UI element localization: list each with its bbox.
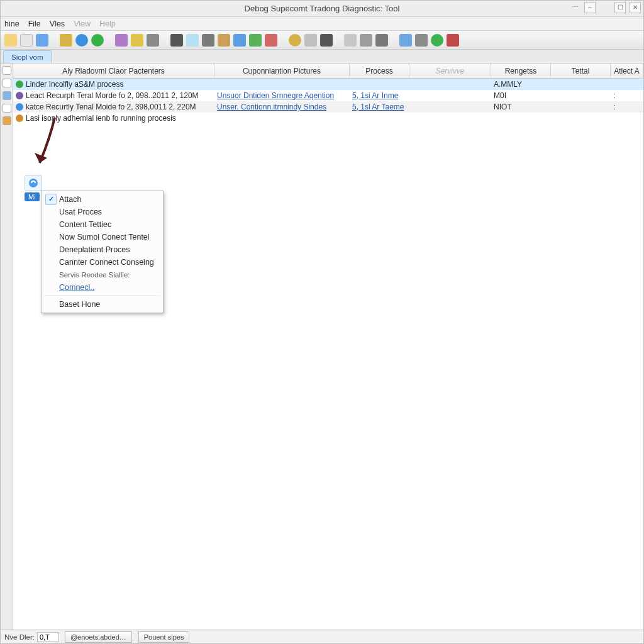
cell-link[interactable]: Unser. Contionn.itmnindy Sindes bbox=[217, 103, 326, 111]
menu-item-deneplatent[interactable]: Deneplatient Proces bbox=[42, 243, 163, 256]
menu-divider bbox=[44, 296, 160, 296]
refresh-icon[interactable] bbox=[399, 34, 412, 47]
body: Aly Rladovml Claor Pactenters Cuponniant… bbox=[1, 64, 643, 630]
table-row[interactable]: katce Recurtly Tenal Moide fo 2, 398,001… bbox=[13, 101, 643, 113]
cell: : bbox=[611, 91, 643, 100]
cell: NIOT bbox=[491, 103, 551, 111]
table-row[interactable]: Linder Incolfly aS&M process A.MMLY bbox=[13, 79, 643, 90]
menu-item-attach[interactable]: Attach bbox=[42, 193, 163, 206]
menu-hine[interactable]: hine bbox=[4, 19, 19, 28]
menu-item-content-tettiec[interactable]: Content Tettiec bbox=[42, 218, 163, 231]
menu-item-now-sumol[interactable]: Now Sumol Conect Tentel bbox=[42, 231, 163, 243]
col-header-2[interactable]: Process bbox=[350, 64, 409, 78]
list-icon[interactable] bbox=[304, 34, 317, 47]
maximize-button[interactable]: ☐ bbox=[614, 2, 626, 13]
bookmark-icon[interactable] bbox=[131, 34, 143, 47]
cell: A.MMLY bbox=[491, 80, 551, 89]
left-sidebar bbox=[1, 64, 13, 630]
run-icon[interactable] bbox=[431, 34, 443, 47]
status-label: Nve Dler: bbox=[4, 633, 35, 641]
play-icon[interactable] bbox=[91, 34, 104, 47]
col-header-3[interactable]: Servivve bbox=[409, 64, 491, 78]
globe-icon[interactable] bbox=[75, 34, 88, 47]
window-spacer-icon bbox=[599, 2, 611, 13]
box-icon[interactable] bbox=[218, 34, 230, 47]
toolbar bbox=[1, 31, 643, 50]
menu-item-canter-connect[interactable]: Cannter Connect Conseing bbox=[42, 256, 163, 269]
cell-link[interactable]: 5, 1sl Ar Taeme bbox=[352, 103, 404, 111]
terminal-icon[interactable] bbox=[320, 34, 333, 47]
sidebar-icon[interactable] bbox=[3, 79, 11, 87]
menu-help[interactable]: Help bbox=[99, 19, 116, 28]
context-menu: Attach Usat Proces Content Tettiec Now S… bbox=[41, 191, 164, 313]
sidebar-icon[interactable] bbox=[3, 66, 11, 75]
app-window: Debog Supecomt Tradong Diagnostic: Tool … bbox=[0, 0, 644, 644]
zoom-icon[interactable] bbox=[344, 34, 357, 47]
save-icon[interactable] bbox=[20, 34, 33, 47]
tabstrip: Siopl vom bbox=[1, 50, 643, 64]
sidebar-icon[interactable] bbox=[3, 91, 11, 100]
menu-item-usat-proces[interactable]: Usat Proces bbox=[42, 206, 163, 218]
col-header-1[interactable]: Cuponniantion Pictures bbox=[214, 64, 350, 78]
folder-icon[interactable] bbox=[4, 34, 17, 47]
main-panel: Aly Rladovml Claor Pactenters Cuponniant… bbox=[13, 64, 643, 630]
menubar: hine File Vles View Help bbox=[1, 17, 643, 31]
shield-icon[interactable] bbox=[233, 34, 246, 47]
clock-icon[interactable] bbox=[289, 34, 301, 47]
cell-link[interactable]: Unsuor Dntiden Srnnegre Aqention bbox=[217, 91, 334, 100]
cell: Lasi isonly adhemial ienb fo running pro… bbox=[26, 114, 176, 123]
stop-icon[interactable] bbox=[265, 34, 277, 47]
cell: katce Recurtly Tenal Moide fo 2, 398,001… bbox=[26, 103, 196, 111]
server-icon[interactable] bbox=[202, 34, 214, 47]
process-chip[interactable]: Mi bbox=[25, 175, 42, 201]
filter-icon[interactable] bbox=[360, 34, 372, 47]
menu-item-connect-link[interactable]: Comnecl.. bbox=[42, 281, 163, 294]
col-header-0[interactable]: Aly Rladovml Claor Pactenters bbox=[13, 64, 214, 78]
menu-item-baset-hone[interactable]: Baset Hone bbox=[42, 298, 163, 311]
cell: Leact Recurph Teral Morde fo 2, 098..201… bbox=[26, 91, 199, 100]
wrench-icon[interactable] bbox=[147, 34, 159, 47]
status-input[interactable] bbox=[37, 632, 58, 642]
statusbar: Nve Dler: @enoets.abded… Pouent slpes bbox=[1, 630, 643, 643]
process-icon bbox=[25, 175, 42, 191]
table-row[interactable]: Leact Recurph Teral Morde fo 2, 098..201… bbox=[13, 90, 643, 101]
cell-link[interactable]: 5, 1si Ar Inme bbox=[352, 91, 398, 100]
sidebar-icon[interactable] bbox=[3, 116, 11, 125]
status-button-1[interactable]: @enoets.abded… bbox=[65, 631, 132, 643]
menu-file[interactable]: File bbox=[28, 19, 41, 28]
menu-vles[interactable]: Vles bbox=[50, 19, 65, 28]
tab-active[interactable]: Siopl vom bbox=[3, 50, 52, 63]
titlebar: Debog Supecomt Tradong Diagnostic: Tool … bbox=[1, 1, 643, 17]
status-icon bbox=[16, 114, 23, 122]
cell: : bbox=[611, 103, 643, 111]
window-spacer-icon: ⋯ bbox=[569, 2, 580, 13]
scissors-icon[interactable] bbox=[375, 34, 388, 47]
record-icon[interactable] bbox=[447, 34, 459, 47]
tab-label: Siopl vom bbox=[11, 53, 43, 61]
disk-icon[interactable] bbox=[36, 34, 48, 47]
cell: Linder Incolfly aS&M process bbox=[26, 80, 123, 89]
menu-item-servis[interactable]: Servis Reodee Siallie: bbox=[42, 269, 163, 281]
table-rows: Linder Incolfly aS&M process A.MMLY Leac… bbox=[13, 79, 643, 124]
col-header-5[interactable]: Tettal bbox=[551, 64, 611, 78]
pencil-icon[interactable] bbox=[170, 34, 183, 47]
check-icon[interactable] bbox=[249, 34, 262, 47]
table-row[interactable]: Lasi isonly adhemial ienb fo running pro… bbox=[13, 113, 643, 124]
cell: M0I bbox=[491, 91, 551, 100]
col-header-6[interactable]: Atlect A bbox=[611, 64, 643, 78]
window-icon[interactable] bbox=[186, 34, 199, 47]
tag-icon[interactable] bbox=[60, 34, 72, 47]
menu-view[interactable]: View bbox=[74, 19, 91, 28]
gear-icon[interactable] bbox=[415, 34, 428, 47]
col-header-4[interactable]: Rengetss bbox=[491, 64, 551, 78]
status-button-2[interactable]: Pouent slpes bbox=[138, 631, 190, 643]
sidebar-icon[interactable] bbox=[3, 104, 11, 113]
svg-point-0 bbox=[29, 179, 38, 187]
close-button[interactable]: ✕ bbox=[630, 2, 641, 13]
process-chip-label: Mi bbox=[25, 192, 40, 201]
minimize-button[interactable]: – bbox=[584, 2, 596, 13]
status-icon bbox=[16, 80, 23, 88]
window-title: Debog Supecomt Tradong Diagnostic: Tool bbox=[245, 4, 400, 13]
table-header: Aly Rladovml Claor Pactenters Cuponniant… bbox=[13, 64, 643, 79]
brush-icon[interactable] bbox=[115, 34, 128, 47]
